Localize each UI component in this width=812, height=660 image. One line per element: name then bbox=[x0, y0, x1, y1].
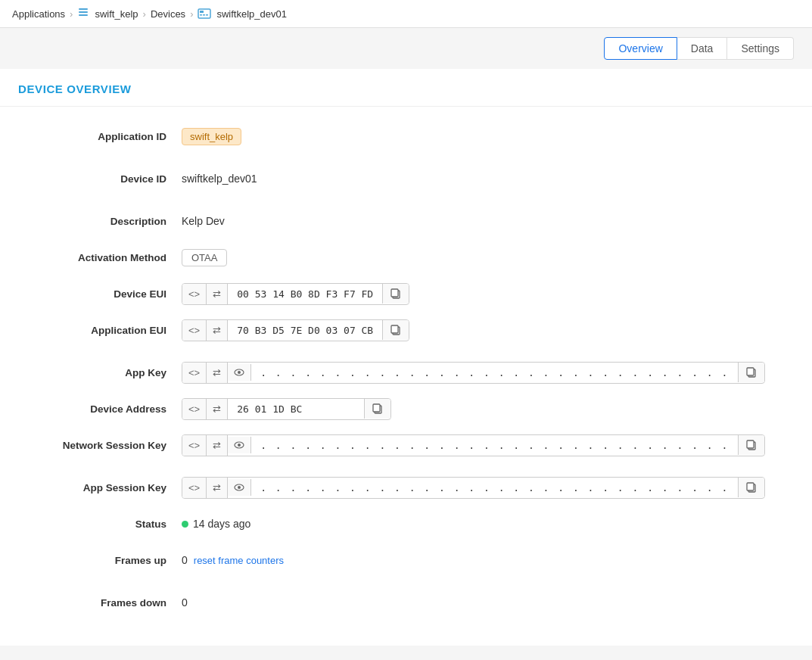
status-label: Status bbox=[30, 518, 182, 530]
field-row-app-eui: Application EUI <> ⇄ 70 B3 D5 7E D0 03 0… bbox=[30, 316, 782, 344]
status-dot bbox=[182, 521, 188, 528]
frames-down-label: Frames down bbox=[30, 597, 182, 609]
device-eui-swap-btn[interactable]: ⇄ bbox=[207, 284, 228, 304]
svg-rect-21 bbox=[747, 441, 754, 448]
tab-settings[interactable]: Settings bbox=[727, 37, 794, 60]
field-row-frames-down: Frames down 0 bbox=[30, 588, 782, 617]
device-address-code-btn[interactable]: <> bbox=[182, 399, 207, 419]
svg-rect-4 bbox=[200, 11, 204, 13]
app-id-label: Application ID bbox=[30, 131, 182, 142]
svg-rect-15 bbox=[747, 368, 754, 375]
breadcrumb-swift-kelp[interactable]: swift_kelp bbox=[95, 8, 138, 20]
app-eui-code-btn[interactable]: <> bbox=[182, 320, 207, 341]
svg-point-23 bbox=[238, 486, 241, 489]
svg-rect-1 bbox=[79, 14, 88, 16]
field-row-description: Description Kelp Dev bbox=[30, 207, 782, 235]
field-row-app-key: App Key <> ⇄ . . . . . . . . . . . . . .… bbox=[30, 358, 782, 387]
field-row-app-session-key: App Session Key <> ⇄ . . . . . . . . . .… bbox=[30, 473, 782, 502]
app-key-code-btn[interactable]: <> bbox=[182, 363, 207, 383]
app-session-key-eye-btn[interactable] bbox=[228, 479, 251, 496]
device-overview: Application ID swift_kelp Device ID swif… bbox=[0, 107, 812, 646]
network-session-key-copy-btn[interactable] bbox=[738, 435, 764, 455]
svg-rect-2 bbox=[79, 8, 88, 10]
app-session-key-input-group: <> ⇄ . . . . . . . . . . . . . . . . . .… bbox=[182, 477, 765, 499]
svg-rect-0 bbox=[79, 11, 88, 13]
app-session-key-swap-btn[interactable]: ⇄ bbox=[207, 478, 228, 498]
device-address-value: 26 01 1D BC bbox=[228, 399, 364, 419]
field-row-device-id: Device ID swiftkelp_dev01 bbox=[30, 164, 782, 193]
device-address-swap-btn[interactable]: ⇄ bbox=[207, 399, 228, 419]
device-eui-copy-btn[interactable] bbox=[382, 284, 409, 304]
svg-rect-7 bbox=[206, 14, 208, 16]
layers-icon bbox=[77, 8, 92, 20]
svg-rect-5 bbox=[200, 14, 202, 16]
breadcrumb-applications[interactable]: Applications bbox=[12, 8, 65, 20]
app-key-eye-btn[interactable] bbox=[228, 364, 251, 381]
app-session-key-value: . . . . . . . . . . . . . . . . . . . . … bbox=[251, 478, 738, 498]
tab-data[interactable]: Data bbox=[677, 37, 728, 60]
breadcrumb: Applications › swift_kelp › Devices › sw… bbox=[0, 0, 812, 28]
network-session-key-label: Network Session Key bbox=[30, 440, 182, 451]
app-id-value[interactable]: swift_kelp bbox=[182, 128, 241, 145]
breadcrumb-sep-3: › bbox=[190, 8, 193, 20]
activation-method-label: Activation Method bbox=[30, 252, 182, 263]
tab-overview[interactable]: Overview bbox=[604, 37, 677, 60]
network-session-key-input-group: <> ⇄ . . . . . . . . . . . . . . . . . .… bbox=[182, 434, 765, 456]
app-eui-value: 70 B3 D5 7E D0 03 07 CB bbox=[228, 320, 382, 341]
field-row-status: Status 14 days ago bbox=[30, 509, 782, 538]
device-eui-input-group: <> ⇄ 00 53 14 B0 8D F3 F7 FD bbox=[182, 283, 409, 305]
activation-method-value: OTAA bbox=[182, 249, 227, 266]
app-session-key-copy-btn[interactable] bbox=[738, 478, 764, 497]
device-id-value: swiftkelp_dev01 bbox=[182, 173, 257, 185]
reset-frame-counters-link[interactable]: reset frame counters bbox=[194, 555, 284, 566]
breadcrumb-device-name[interactable]: swiftkelp_dev01 bbox=[216, 8, 287, 20]
tabs-bar: Overview Data Settings bbox=[0, 28, 812, 69]
app-eui-swap-btn[interactable]: ⇄ bbox=[207, 320, 228, 341]
device-icon bbox=[198, 8, 213, 19]
app-key-swap-btn[interactable]: ⇄ bbox=[207, 363, 228, 383]
svg-point-13 bbox=[238, 371, 241, 374]
app-key-label: App Key bbox=[30, 367, 182, 378]
device-address-input-group: <> ⇄ 26 01 1D BC bbox=[182, 398, 391, 420]
frames-up-value: 0 bbox=[182, 554, 188, 566]
svg-rect-11 bbox=[391, 325, 398, 333]
app-eui-copy-btn[interactable] bbox=[382, 320, 409, 340]
breadcrumb-sep-1: › bbox=[70, 8, 73, 20]
network-session-key-swap-btn[interactable]: ⇄ bbox=[207, 435, 228, 456]
app-session-key-label: App Session Key bbox=[30, 482, 182, 493]
svg-rect-25 bbox=[747, 483, 754, 490]
main-content: DEVICE OVERVIEW Application ID swift_kel… bbox=[0, 69, 812, 646]
field-row-app-id: Application ID swift_kelp bbox=[30, 122, 782, 151]
network-session-key-code-btn[interactable]: <> bbox=[182, 435, 207, 456]
network-session-key-value: . . . . . . . . . . . . . . . . . . . . … bbox=[251, 435, 738, 456]
field-row-activation: Activation Method OTAA bbox=[30, 243, 782, 272]
description-value: Kelp Dev bbox=[182, 215, 225, 227]
device-address-label: Device Address bbox=[30, 403, 182, 415]
network-session-key-eye-btn[interactable] bbox=[228, 437, 251, 453]
svg-rect-17 bbox=[373, 404, 380, 412]
svg-rect-6 bbox=[203, 14, 205, 16]
svg-point-19 bbox=[238, 444, 241, 447]
field-row-device-address: Device Address <> ⇄ 26 01 1D BC bbox=[30, 394, 782, 423]
device-address-copy-btn[interactable] bbox=[364, 399, 390, 419]
device-eui-value: 00 53 14 B0 8D F3 F7 FD bbox=[228, 284, 382, 304]
app-key-copy-btn[interactable] bbox=[738, 363, 764, 382]
device-eui-label: Device EUI bbox=[30, 288, 182, 300]
frames-down-value: 0 bbox=[182, 596, 188, 609]
breadcrumb-devices[interactable]: Devices bbox=[151, 8, 185, 20]
frames-up-label: Frames up bbox=[30, 555, 182, 566]
breadcrumb-sep-2: › bbox=[143, 8, 146, 20]
app-eui-input-group: <> ⇄ 70 B3 D5 7E D0 03 07 CB bbox=[182, 319, 409, 341]
app-session-key-code-btn[interactable]: <> bbox=[182, 478, 207, 498]
field-row-network-session-key: Network Session Key <> ⇄ . . . . . . . .… bbox=[30, 431, 782, 459]
description-label: Description bbox=[30, 216, 182, 227]
section-title: DEVICE OVERVIEW bbox=[0, 69, 812, 107]
app-eui-label: Application EUI bbox=[30, 325, 182, 336]
svg-rect-3 bbox=[198, 9, 210, 18]
field-row-frames-up: Frames up 0 reset frame counters bbox=[30, 546, 782, 574]
app-key-value: . . . . . . . . . . . . . . . . . . . . … bbox=[251, 363, 738, 383]
device-eui-code-btn[interactable]: <> bbox=[182, 284, 207, 304]
device-id-label: Device ID bbox=[30, 173, 182, 185]
status-value: 14 days ago bbox=[193, 518, 250, 530]
app-key-input-group: <> ⇄ . . . . . . . . . . . . . . . . . .… bbox=[182, 362, 765, 384]
